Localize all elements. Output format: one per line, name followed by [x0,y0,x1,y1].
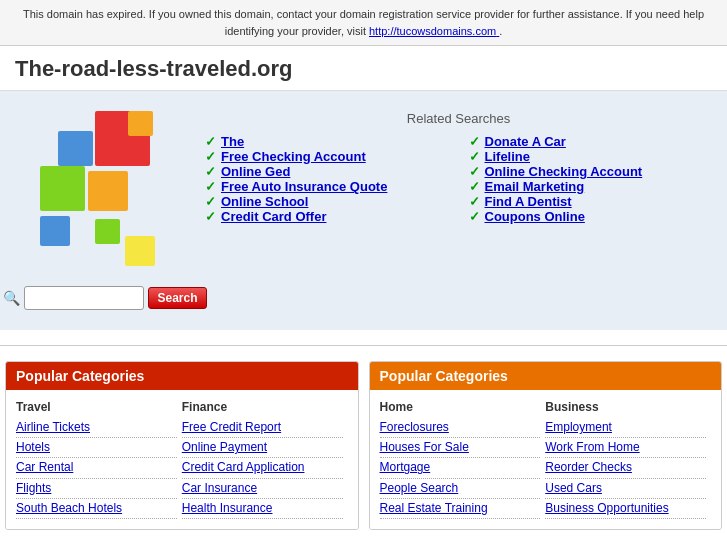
logo-block [58,131,93,166]
popular-link[interactable]: Hotels [16,438,177,458]
popular-link[interactable]: Business Opportunities [545,499,706,519]
search-link[interactable]: Email Marketing [485,179,585,194]
check-icon: ✓ [469,149,480,164]
search-area: 🔍 Search [3,286,206,310]
logo-block [40,166,85,211]
logo-block [95,219,120,244]
popular-link[interactable]: Car Rental [16,458,177,478]
popular-categories-section: Popular Categories TravelAirline Tickets… [0,361,727,545]
notice-text: This domain has expired. If you owned th… [23,8,704,37]
search-link[interactable]: Donate A Car [485,134,566,149]
main-content-area: 🔍 Search Related Searches ✓The✓Free Chec… [0,91,727,330]
check-icon: ✓ [469,179,480,194]
search-link[interactable]: Coupons Online [485,209,585,224]
popular-header-left: Popular Categories [6,362,358,390]
tucows-link[interactable]: http://tucowsdomains.com [369,25,499,37]
search-link[interactable]: Credit Card Offer [221,209,326,224]
related-searches-section: Related Searches ✓The✓Free Checking Acco… [205,111,712,224]
search-magnifier-icon: 🔍 [3,290,20,306]
check-icon: ✓ [205,209,216,224]
search-links-grid: ✓The✓Free Checking Account✓Online Ged✓Fr… [205,134,712,224]
popular-link[interactable]: Work From Home [545,438,706,458]
popular-link[interactable]: Houses For Sale [380,438,541,458]
search-link-item: ✓The [205,134,449,149]
check-icon: ✓ [205,134,216,149]
popular-link[interactable]: Employment [545,418,706,438]
check-icon: ✓ [205,194,216,209]
check-icon: ✓ [205,149,216,164]
popular-link[interactable]: Airline Tickets [16,418,177,438]
popular-link[interactable]: Credit Card Application [182,458,343,478]
popular-link[interactable]: Health Insurance [182,499,343,519]
popular-header-right: Popular Categories [370,362,722,390]
search-links-right-col: ✓Donate A Car✓Lifeline✓Online Checking A… [469,134,713,224]
logo-blocks [40,111,170,271]
domain-title: The-road-less-traveled.org [0,46,727,91]
popular-col: BusinessEmploymentWork From HomeReorder … [545,400,711,519]
check-icon: ✓ [469,209,480,224]
logo-block [88,171,128,211]
popular-col-title: Travel [16,400,177,414]
section-divider [0,345,727,346]
search-link[interactable]: Free Auto Insurance Quote [221,179,387,194]
search-link-item: ✓Free Checking Account [205,149,449,164]
check-icon: ✓ [205,164,216,179]
check-icon: ✓ [205,179,216,194]
search-button[interactable]: Search [148,287,206,309]
search-link-item: ✓Email Marketing [469,179,713,194]
popular-link[interactable]: Car Insurance [182,479,343,499]
search-link-item: ✓Online Checking Account [469,164,713,179]
popular-link[interactable]: Foreclosures [380,418,541,438]
popular-link[interactable]: Free Credit Report [182,418,343,438]
popular-col: TravelAirline TicketsHotelsCar RentalFli… [16,400,182,519]
popular-col-title: Business [545,400,706,414]
popular-col-title: Finance [182,400,343,414]
logo-block [125,236,155,266]
logo-block [128,111,153,136]
search-link-item: ✓Credit Card Offer [205,209,449,224]
popular-link[interactable]: South Beach Hotels [16,499,177,519]
popular-box-right: Popular Categories HomeForeclosuresHouse… [369,361,723,530]
related-searches-title: Related Searches [205,111,712,126]
search-link-item: ✓Donate A Car [469,134,713,149]
top-notice-bar: This domain has expired. If you owned th… [0,0,727,46]
search-link[interactable]: Find A Dentist [485,194,572,209]
check-icon: ✓ [469,134,480,149]
check-icon: ✓ [469,194,480,209]
search-link-item: ✓Online Ged [205,164,449,179]
popular-link[interactable]: Reorder Checks [545,458,706,478]
search-link[interactable]: Online Ged [221,164,290,179]
search-link[interactable]: Free Checking Account [221,149,366,164]
search-links-left-col: ✓The✓Free Checking Account✓Online Ged✓Fr… [205,134,449,224]
popular-col-title: Home [380,400,541,414]
search-link-item: ✓Free Auto Insurance Quote [205,179,449,194]
popular-link[interactable]: Real Estate Training [380,499,541,519]
popular-col: FinanceFree Credit ReportOnline PaymentC… [182,400,348,519]
popular-content-right: HomeForeclosuresHouses For SaleMortgageP… [370,390,722,529]
search-link-item: ✓Lifeline [469,149,713,164]
search-link-item: ✓Coupons Online [469,209,713,224]
popular-col: HomeForeclosuresHouses For SaleMortgageP… [380,400,546,519]
popular-box-left: Popular Categories TravelAirline Tickets… [5,361,359,530]
search-link-item: ✓Find A Dentist [469,194,713,209]
popular-link[interactable]: Used Cars [545,479,706,499]
search-link[interactable]: The [221,134,244,149]
search-link[interactable]: Lifeline [485,149,531,164]
logo-area: 🔍 Search [15,111,195,310]
search-link[interactable]: Online School [221,194,308,209]
search-input[interactable] [24,286,144,310]
popular-link[interactable]: Mortgage [380,458,541,478]
popular-link[interactable]: Flights [16,479,177,499]
logo-block [40,216,70,246]
search-link-item: ✓Online School [205,194,449,209]
popular-content-left: TravelAirline TicketsHotelsCar RentalFli… [6,390,358,529]
popular-link[interactable]: Online Payment [182,438,343,458]
search-link[interactable]: Online Checking Account [485,164,643,179]
popular-link[interactable]: People Search [380,479,541,499]
check-icon: ✓ [469,164,480,179]
